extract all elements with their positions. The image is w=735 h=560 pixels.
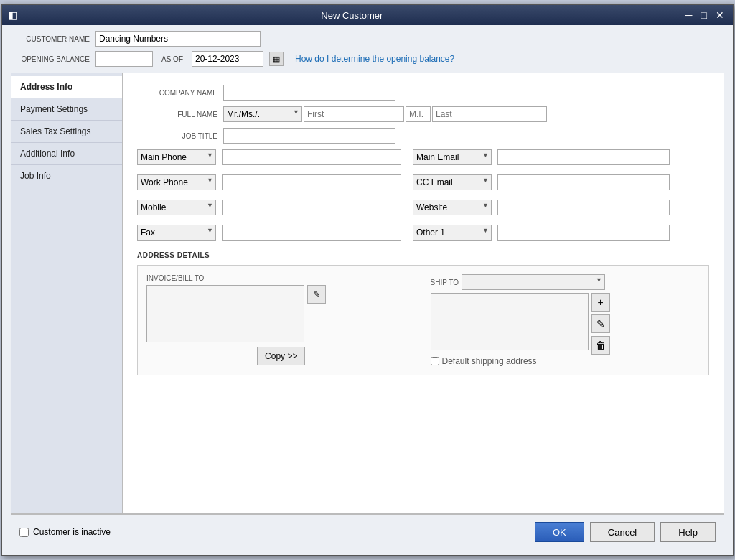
fax-select-wrapper: Fax Main Phone Work Phone Mobile Other (137, 225, 216, 241)
first-name-input[interactable] (304, 106, 404, 122)
website-input[interactable] (497, 200, 670, 215)
ship-to-select[interactable] (462, 274, 605, 290)
bill-to-textarea[interactable] (146, 285, 304, 342)
contact-rows: Main Phone Work Phone Mobile Fax Other (137, 149, 709, 246)
sidebar-item-sales-tax-settings[interactable]: Sales Tax Settings (11, 121, 122, 143)
cc-email-select[interactable]: CC Email Main Email Other (413, 174, 492, 190)
opening-balance-label: OPENING BALANCE (11, 55, 90, 63)
main-email-select[interactable]: Main Email CC Email Other (413, 149, 492, 165)
address-container: INVOICE/BILL TO ✎ Copy >> (137, 265, 709, 375)
sidebar-item-payment-settings[interactable]: Payment Settings (11, 98, 122, 121)
job-title-row: JOB TITLE (137, 128, 709, 144)
sidebar-item-additional-info[interactable]: Additional Info (11, 143, 122, 165)
company-name-row: COMPANY NAME (137, 85, 709, 101)
customer-name-input[interactable] (95, 31, 261, 47)
opening-balance-input[interactable] (95, 51, 153, 67)
ok-button[interactable]: OK (535, 522, 584, 542)
copy-btn-container: Copy >> (146, 347, 416, 365)
other1-input[interactable] (497, 225, 670, 241)
main-email-input[interactable] (497, 149, 670, 165)
help-button[interactable]: Help (660, 522, 716, 542)
window-icon: ◧ (8, 9, 17, 21)
copy-button[interactable]: Copy >> (257, 347, 305, 365)
ship-to-section: SHIP TO (431, 274, 701, 366)
main-email-row: Main Email CC Email Other (413, 149, 670, 165)
ship-delete-button[interactable]: 🗑 (591, 336, 610, 355)
mr-select[interactable]: Mr./Ms./. Mr. Ms. Mrs. Dr. (223, 106, 302, 122)
opening-balance-link[interactable]: How do I determine the opening balance? (295, 54, 454, 64)
other1-select-wrapper: Other 1 Other 2 (413, 225, 492, 241)
work-phone-select[interactable]: Work Phone Main Phone Mobile Fax Other (137, 174, 216, 190)
maximize-button[interactable]: □ (698, 10, 710, 20)
main-email-select-wrapper: Main Email CC Email Other (413, 149, 492, 165)
mobile-select-wrapper: Mobile Main Phone Work Phone Fax Other (137, 200, 216, 215)
full-name-label: FULL NAME (137, 111, 223, 118)
window-controls: ─ □ ✕ (683, 10, 727, 20)
address-grid: INVOICE/BILL TO ✎ Copy >> (146, 274, 700, 366)
bill-edit-button[interactable]: ✎ (307, 285, 326, 304)
inactive-label: Customer is inactive (33, 527, 111, 537)
phone-columns: Main Phone Work Phone Mobile Fax Other (137, 149, 401, 246)
main-phone-row: Main Phone Work Phone Mobile Fax Other (137, 149, 401, 165)
content-area: CUSTOMER NAME OPENING BALANCE AS OF ▦ Ho… (2, 25, 733, 555)
last-name-input[interactable] (432, 106, 547, 122)
cancel-button[interactable]: Cancel (590, 522, 655, 542)
cc-email-input[interactable] (497, 174, 670, 190)
window-title: New Customer (22, 10, 683, 21)
main-phone-select-wrapper: Main Phone Work Phone Mobile Fax Other (137, 149, 216, 165)
opening-balance-row: OPENING BALANCE AS OF ▦ How do I determi… (11, 51, 724, 67)
ship-to-textarea[interactable] (431, 293, 589, 350)
default-shipping-checkbox[interactable] (431, 357, 439, 365)
inactive-checkbox[interactable] (19, 528, 29, 537)
sidebar-item-address-info[interactable]: Address Info (11, 76, 122, 98)
main-window: ◧ New Customer ─ □ ✕ CUSTOMER NAME OPENI… (1, 4, 734, 556)
sidebar: Address Info Payment Settings Sales Tax … (11, 73, 123, 513)
main-phone-input[interactable] (222, 149, 401, 165)
form-area: COMPANY NAME FULL NAME Mr./Ms./. Mr. Ms.… (123, 73, 724, 513)
invoice-bill-to-label: INVOICE/BILL TO (146, 274, 416, 282)
work-phone-input[interactable] (222, 174, 401, 190)
ship-edit-button[interactable]: ✎ (591, 314, 610, 333)
default-shipping-row: Default shipping address (431, 356, 701, 366)
full-name-inputs: Mr./Ms./. Mr. Ms. Mrs. Dr. (223, 106, 547, 122)
cc-email-select-wrapper: CC Email Main Email Other (413, 174, 492, 190)
ship-to-header: SHIP TO (431, 274, 701, 290)
other1-select[interactable]: Other 1 Other 2 (413, 225, 492, 241)
action-buttons: OK Cancel Help (535, 522, 716, 542)
main-phone-select[interactable]: Main Phone Work Phone Mobile Fax Other (137, 149, 216, 165)
job-title-input[interactable] (223, 128, 395, 144)
minimize-button[interactable]: ─ (683, 10, 696, 20)
customer-name-row: CUSTOMER NAME (11, 31, 724, 47)
other1-row: Other 1 Other 2 (413, 225, 670, 241)
mr-select-wrapper: Mr./Ms./. Mr. Ms. Mrs. Dr. (223, 106, 302, 122)
inactive-row: Customer is inactive (19, 527, 111, 537)
mobile-row: Mobile Main Phone Work Phone Fax Other (137, 200, 401, 215)
ship-to-select-wrapper (462, 274, 605, 290)
ship-buttons: + ✎ 🗑 (591, 293, 610, 355)
cc-email-row: CC Email Main Email Other (413, 174, 670, 190)
mobile-select[interactable]: Mobile Main Phone Work Phone Fax Other (137, 200, 216, 215)
bottom-area: Customer is inactive OK Cancel Help (11, 514, 724, 549)
address-section: ADDRESS DETAILS INVOICE/BILL TO ✎ (137, 251, 709, 375)
main-area: Address Info Payment Settings Sales Tax … (11, 73, 724, 514)
mi-input[interactable] (406, 106, 431, 122)
close-button[interactable]: ✕ (713, 10, 727, 20)
mobile-input[interactable] (222, 200, 401, 215)
top-fields: CUSTOMER NAME OPENING BALANCE AS OF ▦ Ho… (11, 31, 724, 73)
fax-select[interactable]: Fax Main Phone Work Phone Mobile Other (137, 225, 216, 241)
website-select[interactable]: Website Other (413, 200, 492, 215)
website-row: Website Other (413, 200, 670, 215)
company-name-input[interactable] (223, 85, 395, 101)
fax-input[interactable] (222, 225, 401, 241)
fax-row: Fax Main Phone Work Phone Mobile Other (137, 225, 401, 241)
email-columns: Main Email CC Email Other CC Email (413, 149, 670, 246)
calendar-icon[interactable]: ▦ (269, 52, 284, 66)
address-details-title: ADDRESS DETAILS (137, 251, 709, 259)
ship-add-button[interactable]: + (591, 293, 610, 312)
ship-body: + ✎ 🗑 (431, 293, 701, 355)
date-input[interactable] (192, 51, 263, 67)
sidebar-item-job-info[interactable]: Job Info (11, 165, 122, 187)
customer-name-label: CUSTOMER NAME (11, 35, 90, 43)
company-name-label: COMPANY NAME (137, 89, 223, 97)
full-name-row: FULL NAME Mr./Ms./. Mr. Ms. Mrs. Dr. (137, 106, 709, 122)
